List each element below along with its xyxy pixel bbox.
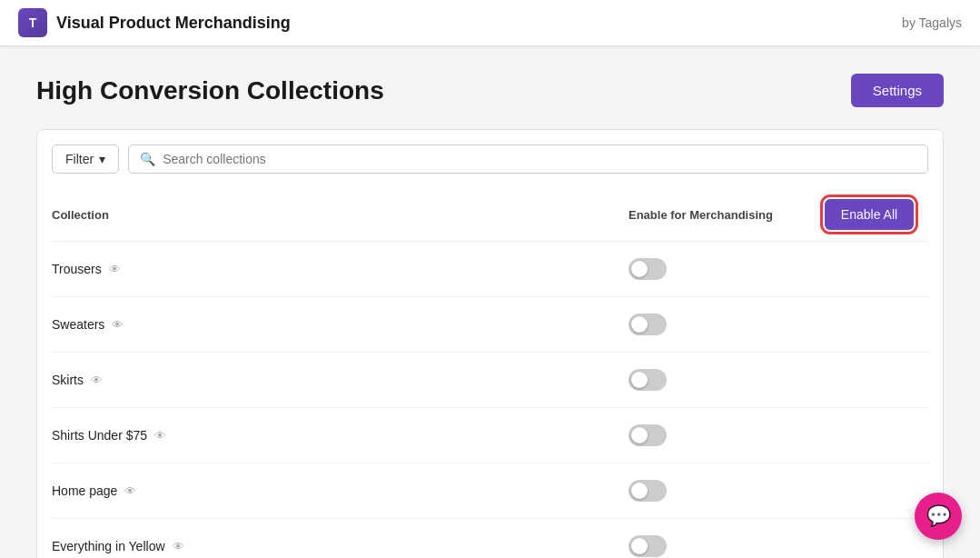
row-toggle-1 xyxy=(629,314,810,335)
filter-bar: Filter ▾ 🔍 xyxy=(52,144,928,174)
eye-icon-0[interactable]: 👁 xyxy=(109,263,121,276)
collection-name-5: Everything in Yellow xyxy=(52,539,165,553)
row-name-0: Trousers 👁 xyxy=(52,262,629,276)
table-row: Skirts 👁 xyxy=(52,353,928,408)
filter-button[interactable]: Filter ▾ xyxy=(52,144,119,174)
toggle-slider-1 xyxy=(629,314,667,335)
table-row: Home page 👁 xyxy=(52,463,928,519)
table-row: Shirts Under $75 👁 xyxy=(52,408,928,463)
row-name-3: Shirts Under $75 👁 xyxy=(52,428,629,443)
search-input[interactable] xyxy=(163,152,916,166)
enable-all-button[interactable]: Enable All xyxy=(825,199,914,230)
eye-icon-1[interactable]: 👁 xyxy=(112,318,124,332)
header-byline: by Tagalys xyxy=(902,15,962,30)
eye-icon-5[interactable]: 👁 xyxy=(173,540,184,553)
col-enable-header: Enable for Merchandising xyxy=(629,208,810,222)
row-toggle-0 xyxy=(629,258,810,280)
logo-letter: T xyxy=(29,15,37,30)
app-title: Visual Product Merchandising xyxy=(56,14,291,33)
app-logo: T xyxy=(18,8,47,37)
table-row: Sweaters 👁 xyxy=(52,297,928,353)
toggle-slider-3 xyxy=(629,424,667,446)
filter-label: Filter xyxy=(65,152,94,166)
row-toggle-5 xyxy=(629,535,810,557)
search-box: 🔍 xyxy=(128,144,928,174)
row-toggle-3 xyxy=(629,424,810,446)
col-action-header: Enable All xyxy=(810,199,928,230)
app-header: T Visual Product Merchandising by Tagaly… xyxy=(0,0,980,46)
search-icon: 🔍 xyxy=(140,152,155,166)
table-row: Everything in Yellow 👁 xyxy=(52,519,928,558)
chevron-down-icon: ▾ xyxy=(99,152,105,166)
eye-icon-2[interactable]: 👁 xyxy=(91,374,103,387)
toggle-2[interactable] xyxy=(629,369,667,391)
toggle-slider-0 xyxy=(629,258,667,280)
collection-name-3: Shirts Under $75 xyxy=(52,428,147,443)
toggle-slider-5 xyxy=(629,535,667,557)
page-header: High Conversion Collections Settings xyxy=(36,74,944,107)
row-toggle-2 xyxy=(629,369,810,391)
table-header: Collection Enable for Merchandising Enab… xyxy=(52,188,928,242)
collection-name-4: Home page xyxy=(52,483,117,498)
rows-container: Trousers 👁 Sweaters 👁 xyxy=(52,242,928,558)
collection-name-2: Skirts xyxy=(52,373,84,387)
settings-button[interactable]: Settings xyxy=(851,74,944,107)
row-name-4: Home page 👁 xyxy=(52,483,629,498)
chat-icon: 💬 xyxy=(926,504,951,528)
collection-name-0: Trousers xyxy=(52,262,102,276)
eye-icon-3[interactable]: 👁 xyxy=(154,429,166,443)
collections-card: Filter ▾ 🔍 Collection Enable for Merchan… xyxy=(36,129,944,558)
header-left: T Visual Product Merchandising xyxy=(18,8,291,37)
toggle-0[interactable] xyxy=(629,258,667,280)
row-name-2: Skirts 👁 xyxy=(52,373,629,387)
row-name-1: Sweaters 👁 xyxy=(52,317,629,332)
collection-name-1: Sweaters xyxy=(52,317,104,332)
row-name-5: Everything in Yellow 👁 xyxy=(52,539,629,553)
toggle-slider-4 xyxy=(629,480,667,502)
col-collection-header: Collection xyxy=(52,208,629,222)
toggle-3[interactable] xyxy=(629,424,667,446)
main-content: High Conversion Collections Settings Fil… xyxy=(0,46,980,558)
toggle-1[interactable] xyxy=(629,314,667,335)
eye-icon-4[interactable]: 👁 xyxy=(124,484,136,498)
chat-button[interactable]: 💬 xyxy=(915,493,962,540)
page-title: High Conversion Collections xyxy=(36,76,384,105)
toggle-4[interactable] xyxy=(629,480,667,502)
toggle-5[interactable] xyxy=(629,535,667,557)
toggle-slider-2 xyxy=(629,369,667,391)
table-row: Trousers 👁 xyxy=(52,242,928,297)
row-toggle-4 xyxy=(629,480,810,502)
